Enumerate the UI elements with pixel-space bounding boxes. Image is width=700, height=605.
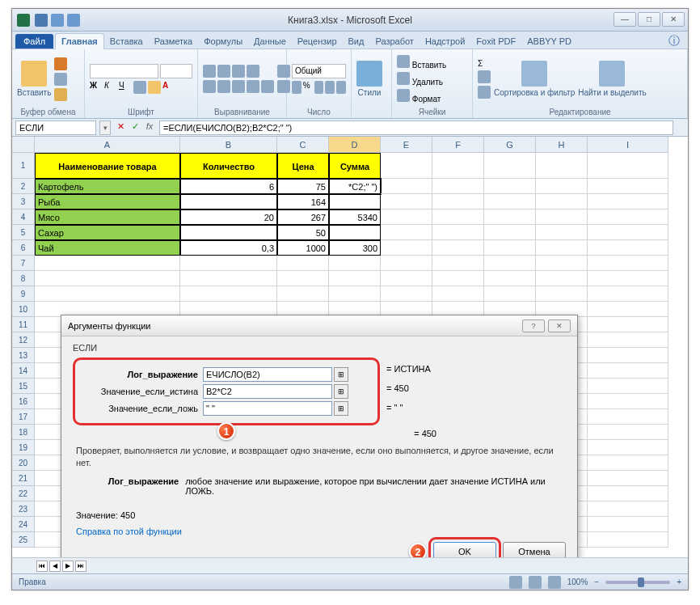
dec-inc-icon[interactable] (325, 81, 335, 94)
dialog-titlebar[interactable]: Аргументы функции ?✕ (61, 315, 577, 336)
cell[interactable]: Рыба (35, 194, 180, 209)
align-center-icon[interactable] (217, 80, 230, 93)
tab-addins[interactable]: Надстрой (420, 34, 470, 49)
cell[interactable]: 0,3 (180, 240, 277, 256)
col-D[interactable]: D (329, 137, 381, 153)
cell-B1[interactable]: Количество (180, 153, 277, 179)
tab-foxit[interactable]: Foxit PDF (470, 34, 521, 49)
tab-view[interactable]: Вид (343, 34, 370, 49)
format-painter-icon[interactable] (54, 88, 67, 101)
help-icon[interactable]: ⓘ (668, 34, 680, 49)
close-button[interactable]: ✕ (662, 12, 685, 27)
col-E[interactable]: E (381, 137, 432, 153)
border-icon[interactable] (133, 81, 146, 94)
cell[interactable]: Чай (35, 240, 180, 256)
name-box[interactable]: ЕСЛИ (15, 121, 96, 135)
tab-layout[interactable]: Разметка (149, 34, 199, 49)
prev-sheet-icon[interactable]: ◀ (49, 561, 61, 572)
cell[interactable]: 5340 (329, 209, 381, 225)
align-bot-icon[interactable] (232, 65, 245, 78)
delete-cells[interactable]: Удалить (397, 72, 446, 87)
clear-icon[interactable] (478, 86, 491, 99)
save-icon[interactable] (35, 14, 48, 27)
cell[interactable]: 20 (180, 209, 277, 225)
paste-icon[interactable] (21, 61, 47, 87)
col-G[interactable]: G (484, 137, 536, 153)
insert-cells[interactable]: Вставить (397, 55, 446, 70)
last-sheet-icon[interactable]: ⏭ (75, 561, 86, 572)
next-sheet-icon[interactable]: ▶ (62, 561, 74, 572)
cell[interactable] (180, 225, 277, 240)
minimize-button[interactable]: — (614, 12, 636, 27)
first-sheet-icon[interactable]: ⏮ (36, 561, 48, 572)
namebox-dropdown[interactable]: ▾ (99, 121, 111, 135)
sort-filter-icon[interactable] (521, 61, 547, 87)
comma-icon[interactable] (314, 81, 324, 94)
cell[interactable]: 164 (277, 194, 329, 209)
arg-value-if-true[interactable] (203, 384, 332, 399)
cell[interactable] (329, 225, 381, 240)
undo-icon[interactable] (51, 14, 64, 27)
format-cells[interactable]: Формат (397, 89, 446, 104)
italic-icon[interactable]: К (104, 81, 117, 94)
align-top-icon[interactable] (203, 65, 216, 78)
cell[interactable]: Мясо (35, 209, 180, 225)
col-H[interactable]: H (536, 137, 588, 153)
cell[interactable] (180, 194, 277, 209)
range-picker-icon[interactable]: ⊞ (334, 401, 348, 416)
fill-color-icon[interactable] (148, 81, 161, 94)
find-select-icon[interactable] (599, 61, 625, 87)
page-layout-icon[interactable] (529, 576, 542, 589)
formula-bar[interactable]: =ЕСЛИ(ЕЧИСЛО(B2);B2*C2;" ") (159, 121, 673, 135)
tab-data[interactable]: Данные (248, 34, 292, 49)
tab-insert[interactable]: Вставка (104, 34, 149, 49)
indent-dec-icon[interactable] (247, 80, 259, 93)
cell[interactable]: Картофель (35, 179, 180, 194)
cell[interactable]: *C2;" ") (329, 179, 381, 194)
range-picker-icon[interactable]: ⊞ (334, 367, 348, 382)
zoom-slider[interactable] (605, 581, 670, 584)
help-link[interactable]: Справка по этой функции (76, 527, 563, 536)
arg-logical-test[interactable] (203, 367, 332, 382)
bold-icon[interactable]: Ж (90, 81, 103, 94)
indent-inc-icon[interactable] (261, 80, 274, 93)
cell-C1[interactable]: Цена (277, 153, 329, 179)
dialog-help-icon[interactable]: ? (522, 319, 545, 332)
col-B[interactable]: B (180, 137, 277, 153)
tab-abbyy[interactable]: ABBYY PD (521, 34, 577, 49)
font-color-icon[interactable]: А (162, 81, 175, 94)
orientation-icon[interactable] (247, 65, 259, 78)
cell[interactable]: 300 (329, 240, 381, 256)
select-all[interactable] (12, 137, 35, 153)
tab-developer[interactable]: Разработ (369, 34, 419, 49)
cell[interactable]: Сахар (35, 225, 180, 240)
fill-icon[interactable] (478, 70, 491, 83)
cut-icon[interactable] (54, 57, 67, 70)
normal-view-icon[interactable] (509, 576, 522, 589)
file-tab[interactable]: Файл (15, 34, 53, 49)
fx-icon[interactable]: fx (143, 121, 156, 134)
underline-icon[interactable]: Ч (119, 81, 132, 94)
tab-review[interactable]: Рецензир (292, 34, 343, 49)
arg-value-if-false[interactable] (203, 401, 332, 416)
percent-icon[interactable]: % (303, 81, 313, 94)
dialog-close-icon[interactable]: ✕ (548, 319, 571, 332)
cell[interactable]: 267 (277, 209, 329, 225)
cancel-formula-icon[interactable]: ✕ (114, 121, 127, 134)
cell[interactable]: 50 (277, 225, 329, 240)
cell[interactable]: 1000 (277, 240, 329, 256)
cell[interactable] (329, 194, 381, 209)
redo-icon[interactable] (67, 14, 80, 27)
dec-dec-icon[interactable] (336, 81, 346, 94)
align-right-icon[interactable] (232, 80, 245, 93)
col-C[interactable]: C (277, 137, 329, 153)
copy-icon[interactable] (54, 73, 67, 86)
autosum-icon[interactable]: Σ (478, 59, 491, 68)
page-break-icon[interactable] (548, 576, 561, 589)
tab-home[interactable]: Главная (55, 33, 104, 49)
col-A[interactable]: A (35, 137, 180, 153)
currency-icon[interactable] (292, 81, 302, 94)
enter-formula-icon[interactable]: ✓ (129, 121, 141, 134)
align-mid-icon[interactable] (217, 65, 230, 78)
maximize-button[interactable]: □ (638, 12, 660, 27)
